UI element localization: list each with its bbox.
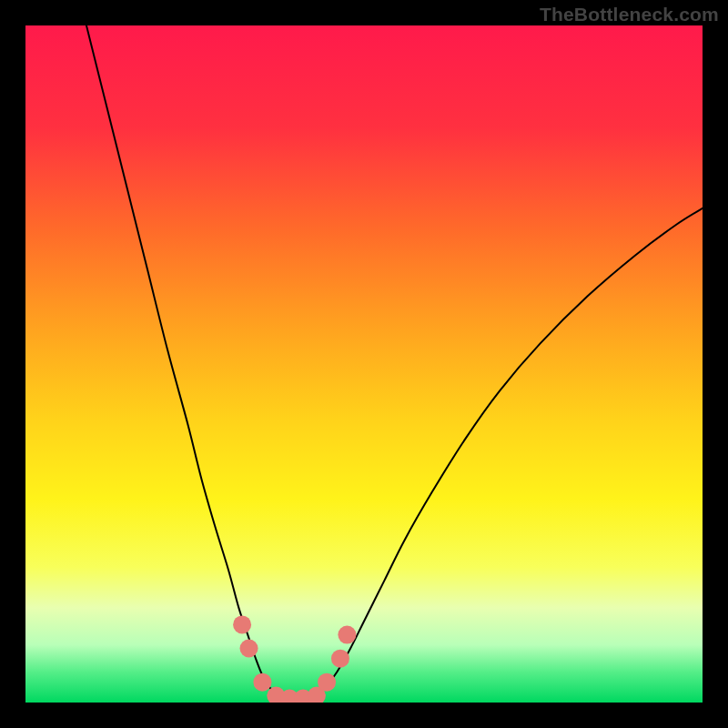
chart-frame: TheBottleneck.com (0, 0, 728, 728)
marker-valley-markers (233, 615, 251, 633)
marker-valley-markers (318, 673, 336, 692)
marker-valley-markers (338, 626, 356, 644)
marker-valley-markers (331, 650, 349, 668)
watermark-text: TheBottleneck.com (540, 4, 719, 25)
gradient-background (25, 25, 703, 703)
marker-valley-markers (240, 639, 258, 657)
marker-valley-markers (253, 673, 271, 692)
chart-svg (25, 25, 703, 703)
plot-area (25, 25, 703, 703)
